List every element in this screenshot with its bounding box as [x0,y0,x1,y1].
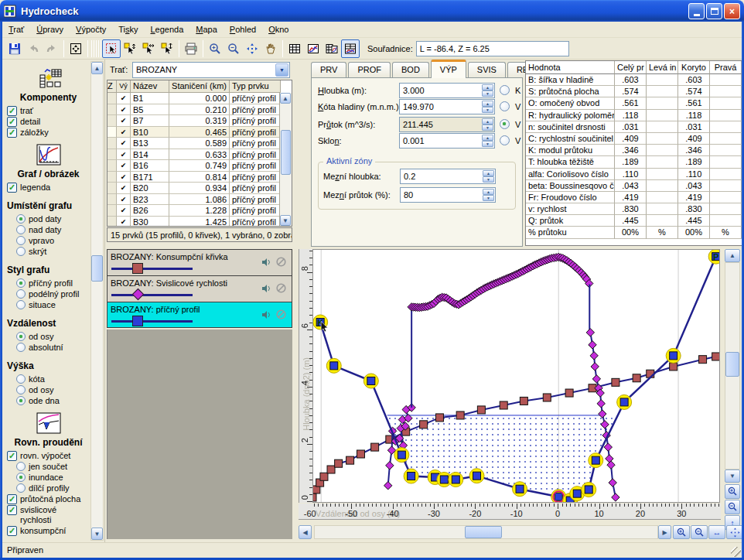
radio-hloubka-m[interactable]: K [500,85,520,95]
spinner[interactable]: ▲▼ [482,135,493,147]
sound-icon[interactable] [261,283,271,295]
scroll-thumb[interactable] [465,526,502,538]
table-row-b30[interactable]: ✔B301.425příčný profil [108,217,292,227]
spinner[interactable]: ▲▼ [482,118,493,131]
radio-kota[interactable]: kóta [16,374,90,384]
radio-situace[interactable]: situace [16,300,90,310]
table-row-b26[interactable]: ✔B261.228příčný profil [108,205,292,217]
scroll-thumb[interactable] [91,255,103,282]
disable-icon[interactable] [276,309,286,321]
zoom-in-button[interactable] [206,39,224,58]
cell-visible-check[interactable]: ✔ [117,172,131,183]
checkbox-svislicove-rychlosti[interactable]: ✓svislicové rychlosti [7,505,90,525]
scroll-up-icon[interactable]: ▲ [91,62,103,74]
radio-nad-daty[interactable]: nad daty [16,225,90,235]
menu-vypocty[interactable]: Výpočty [70,22,112,37]
hand-pan-button[interactable] [261,39,280,58]
menu-upravy[interactable]: Úpravy [30,22,70,37]
radio-sklon[interactable]: V [500,135,520,145]
show-graph-button[interactable] [304,39,323,58]
minimize-button[interactable] [688,3,705,19]
cell-visible-check[interactable]: ✔ [117,160,131,172]
zoom-in-y-icon[interactable] [725,484,740,499]
chart-vertical-scrollbar[interactable]: ▲ ▼ ↕ [725,249,740,530]
column-header-leva-in[interactable]: Levá in [647,61,678,74]
table-row-b5[interactable]: ✔B50.210příčný profil [108,104,292,116]
radio-dilci-profily[interactable]: dílčí profily [16,483,90,493]
legend-item-brozany-svislicove-rychlosti[interactable]: BROZANY: Svislicové rychlosti [107,275,292,302]
radio-prutok-m-3-s[interactable]: V [500,119,520,129]
fit-view-button[interactable] [67,39,85,58]
table-row-b16[interactable]: ✔B160.749příčný profil [108,160,292,172]
scroll-down-icon[interactable]: ▼ [280,215,291,226]
zoom-out-x-icon[interactable] [691,525,708,539]
table-scrollbar[interactable]: ▲ ▼ [279,93,292,226]
pan-arrows-button[interactable] [243,39,261,58]
scroll-thumb[interactable] [725,352,739,377]
zoom-in-x-icon[interactable] [673,525,690,539]
legend-item-brozany-pricny-profil[interactable]: BROZANY: příčný profil [107,302,292,328]
column-header-staniceni-km[interactable]: Staničení (km) [169,80,230,93]
scroll-up-icon[interactable]: ▲ [280,93,291,104]
show-table-graph-button[interactable] [323,39,341,58]
checkbox-detail[interactable]: ✓detail [7,117,90,127]
cell-visible-check[interactable]: ✔ [117,104,131,116]
point-move-button[interactable] [121,39,139,58]
input-hloubka-m[interactable]: 3.000▲▼ [399,83,495,98]
trat-combobox[interactable]: BROZANY ▼ [132,62,290,78]
scroll-down-icon[interactable]: ▼ [91,528,103,540]
column-header-typ-prvku[interactable]: Typ prvku [230,80,281,93]
scroll-left-icon[interactable]: ◀ [299,525,312,539]
cell-visible-check[interactable]: ✔ [117,93,131,104]
show-table-graph2-button[interactable] [341,39,360,58]
cell-visible-check[interactable]: ✔ [117,127,131,138]
scroll-thumb[interactable] [281,130,291,175]
close-button[interactable]: × [724,3,740,19]
spinner[interactable]: ▲▼ [482,101,493,113]
cell-visible-check[interactable]: ✔ [117,205,131,217]
radio-absolutni[interactable]: absolutní [16,343,90,353]
scroll-up-icon[interactable]: ▲ [725,249,740,262]
cell-visible-check[interactable]: ✔ [117,115,131,127]
spinner[interactable]: ▲▼ [483,189,494,201]
column-header-vy[interactable]: Vý [117,80,131,93]
scroll-right-icon[interactable]: ▶ [658,525,671,539]
cell-visible-check[interactable]: ✔ [117,217,131,227]
legend-item-brozany-konsumpcni-krivka[interactable]: BROZANY: Konsumpční křivka [107,249,292,275]
radio-pod-daty[interactable]: pod daty [16,214,90,224]
coordinates-field[interactable]: L = -86.4, Z = 6.25 [416,41,569,56]
column-header-nazev[interactable]: Název [131,80,169,93]
radio-pricny-profil[interactable]: příčný profil [16,278,90,289]
checkbox-trat[interactable]: ✓trať [7,106,90,116]
radio-skryt[interactable]: skrýt [16,247,90,257]
menu-pohled[interactable]: Pohled [224,22,262,37]
column-header-hodnota[interactable]: Hodnota [526,61,615,74]
sidebar-scrollbar[interactable]: ▲ ▼ [90,61,104,541]
menu-mapa[interactable]: Mapa [189,22,224,37]
table-row-b23[interactable]: ✔B231.086příčný profil [108,194,292,206]
table-row-b7[interactable]: ✔B70.319příčný profil [108,115,292,127]
select-tool-button[interactable] [102,39,121,58]
checkbox-rovn-vypocet[interactable]: ✓rovn. výpočet [7,451,90,461]
menu-okno[interactable]: Okno [262,22,295,37]
radio-podelny-profil[interactable]: podélný profil [16,289,90,299]
input-mezni-hloubka[interactable]: 0.2▲▼ [400,169,496,184]
column-header-cely-pr[interactable]: Celý pr [615,61,647,74]
maximize-button[interactable] [706,3,722,19]
column-header-prava[interactable]: Pravá [710,61,742,74]
cell-visible-check[interactable]: ✔ [117,183,131,194]
undo-button[interactable] [24,39,43,58]
redo-button[interactable] [43,39,61,58]
disable-icon[interactable] [276,257,286,268]
save-button[interactable] [5,39,24,58]
chart-horizontal-scrollbar[interactable]: ◀ ▶ ↔ [299,525,741,539]
radio-ode-dna[interactable]: ode dna [16,396,90,406]
table-row-b10[interactable]: ✔B100.465příčný profil [108,127,292,138]
radio-od-osy[interactable]: od osy [16,332,90,342]
sound-icon[interactable] [261,257,271,269]
radio-kota-hladiny-m-n-m[interactable]: V [500,101,520,111]
zoom-out-y-icon[interactable] [725,500,740,514]
cell-visible-check[interactable]: ✔ [117,138,131,149]
resize-grip[interactable] [731,547,741,557]
input-mezni-prutok[interactable]: 80▲▼ [400,187,496,203]
